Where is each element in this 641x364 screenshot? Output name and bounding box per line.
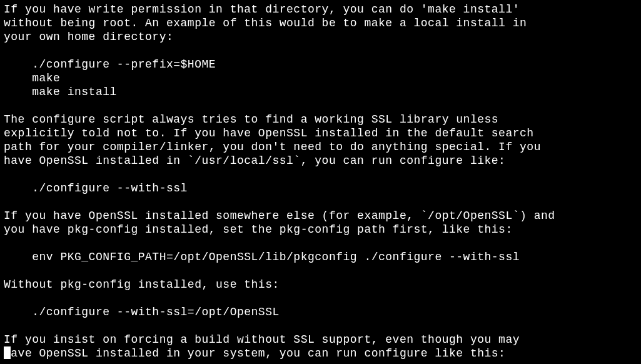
terminal-line: path for your compiler/linker, you don't… (4, 140, 637, 154)
terminal-line: If you have write permission in that dir… (4, 3, 637, 16)
terminal-line: make (4, 71, 637, 85)
line-text (4, 196, 11, 208)
line-text: If you have write permission in that dir… (4, 3, 520, 16)
line-text: env PKG_CONFIG_PATH=/opt/OpenSSL/lib/pkg… (4, 251, 520, 263)
line-text (4, 44, 11, 57)
terminal-output[interactable]: If you have write permission in that dir… (0, 0, 641, 364)
terminal-line (4, 264, 637, 278)
line-text (4, 361, 11, 364)
line-text: without being root. An example of this w… (4, 17, 527, 29)
line-text: ./configure --prefix=$HOME (4, 58, 216, 71)
line-text (4, 265, 11, 277)
terminal-line: If you insist on forcing a build without… (4, 333, 637, 346)
line-text: Without pkg-config installed, use this: (4, 278, 280, 291)
line-text: have OpenSSL installed in your system, y… (4, 347, 505, 360)
line-text (4, 320, 11, 332)
terminal-line (4, 195, 637, 209)
terminal-line: have OpenSSL installed in `/usr/local/ss… (4, 154, 637, 168)
line-text: If you have OpenSSL installed somewhere … (4, 210, 555, 222)
terminal-line: ./configure --with-ssl=/opt/OpenSSL (4, 305, 637, 319)
line-text: ./configure --with-ssl (4, 182, 188, 195)
line-text: If you insist on forcing a build without… (4, 333, 520, 346)
line-text: make (4, 72, 60, 84)
terminal-line: have OpenSSL installed in your system, y… (4, 346, 637, 360)
terminal-line: ./configure --prefix=$HOME (4, 58, 637, 71)
line-text: your own home directory: (4, 31, 173, 43)
line-text (4, 292, 11, 305)
line-text: explicitly told not to. If you have Open… (4, 127, 534, 139)
terminal-line: make install (4, 85, 637, 99)
terminal-line (4, 168, 637, 181)
terminal-line: your own home directory: (4, 30, 637, 44)
terminal-line: The configure script always tries to fin… (4, 113, 637, 126)
terminal-line: ./configure --with-ssl (4, 181, 637, 195)
terminal-line: If you have OpenSSL installed somewhere … (4, 209, 637, 223)
line-text (4, 237, 11, 250)
terminal-line: without being root. An example of this w… (4, 16, 637, 30)
terminal-line (4, 99, 637, 113)
terminal-line (4, 236, 637, 250)
line-text: ./configure --with-ssl=/opt/OpenSSL (4, 306, 280, 318)
line-text (4, 168, 11, 181)
line-text (4, 99, 11, 112)
line-text: make install (4, 86, 117, 98)
terminal-line (4, 360, 637, 364)
line-text: path for your compiler/linker, you don't… (4, 141, 541, 153)
line-text: The configure script always tries to fin… (4, 113, 498, 126)
terminal-line: Without pkg-config installed, use this: (4, 278, 637, 291)
terminal-line (4, 319, 637, 333)
cursor (4, 346, 11, 359)
terminal-line: you have pkg-config installed, set the p… (4, 223, 637, 236)
line-text: have OpenSSL installed in `/usr/local/ss… (4, 154, 505, 167)
terminal-line: explicitly told not to. If you have Open… (4, 126, 637, 140)
terminal-line (4, 44, 637, 58)
terminal-line: env PKG_CONFIG_PATH=/opt/OpenSSL/lib/pkg… (4, 250, 637, 264)
line-text: you have pkg-config installed, set the p… (4, 223, 513, 236)
terminal-line (4, 291, 637, 305)
